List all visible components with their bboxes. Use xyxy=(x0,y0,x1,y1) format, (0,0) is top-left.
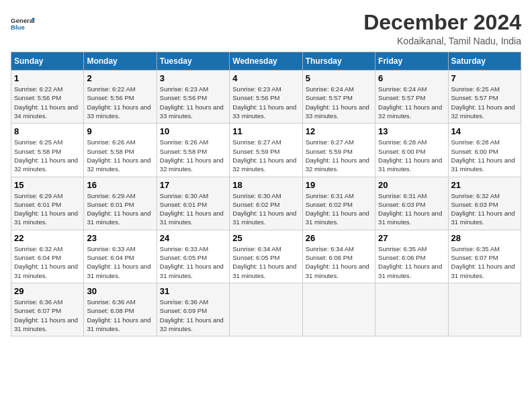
week-row-2: 8Sunrise: 6:25 AMSunset: 5:58 PMDaylight… xyxy=(11,124,521,177)
day-detail: Sunrise: 6:30 AMSunset: 6:01 PMDaylight:… xyxy=(160,191,226,227)
day-number: 26 xyxy=(306,233,372,243)
day-number: 19 xyxy=(306,180,372,190)
calendar-body: 1Sunrise: 6:22 AMSunset: 5:56 PMDaylight… xyxy=(11,71,521,336)
day-cell-25: 25Sunrise: 6:34 AMSunset: 6:05 PMDayligh… xyxy=(230,230,302,283)
day-number: 5 xyxy=(306,73,372,83)
day-number: 22 xyxy=(14,233,81,243)
empty-cell xyxy=(448,283,521,336)
empty-cell xyxy=(302,283,375,336)
day-cell-6: 6Sunrise: 6:24 AMSunset: 5:57 PMDaylight… xyxy=(375,71,448,124)
page-header: General Blue December 2024 Kodaikanal, T… xyxy=(11,11,521,46)
day-number: 27 xyxy=(378,233,445,243)
svg-text:Blue: Blue xyxy=(11,24,25,31)
day-header-thursday: Thursday xyxy=(302,52,375,71)
day-cell-23: 23Sunrise: 6:33 AMSunset: 6:04 PMDayligh… xyxy=(84,230,157,283)
day-cell-13: 13Sunrise: 6:28 AMSunset: 6:00 PMDayligh… xyxy=(375,124,448,177)
day-number: 1 xyxy=(14,73,81,83)
day-number: 25 xyxy=(232,233,299,243)
day-detail: Sunrise: 6:22 AMSunset: 5:56 PMDaylight:… xyxy=(14,85,81,120)
day-header-saturday: Saturday xyxy=(448,52,521,71)
day-detail: Sunrise: 6:28 AMSunset: 6:00 PMDaylight:… xyxy=(451,138,518,173)
day-detail: Sunrise: 6:31 AMSunset: 6:03 PMDaylight:… xyxy=(378,191,445,227)
day-detail: Sunrise: 6:36 AMSunset: 6:08 PMDaylight:… xyxy=(87,298,153,333)
day-cell-7: 7Sunrise: 6:25 AMSunset: 5:57 PMDaylight… xyxy=(448,71,521,124)
day-number: 11 xyxy=(232,126,299,136)
location: Kodaikanal, Tamil Nadu, India xyxy=(363,36,521,46)
day-number: 18 xyxy=(232,180,299,190)
calendar-table: SundayMondayTuesdayWednesdayThursdayFrid… xyxy=(11,52,521,336)
calendar-header-row: SundayMondayTuesdayWednesdayThursdayFrid… xyxy=(11,52,521,71)
day-detail: Sunrise: 6:28 AMSunset: 6:00 PMDaylight:… xyxy=(378,138,445,173)
day-detail: Sunrise: 6:35 AMSunset: 6:07 PMDaylight:… xyxy=(451,244,518,280)
title-block: December 2024 Kodaikanal, Tamil Nadu, In… xyxy=(363,11,521,46)
day-cell-8: 8Sunrise: 6:25 AMSunset: 5:58 PMDaylight… xyxy=(11,124,84,177)
day-detail: Sunrise: 6:33 AMSunset: 6:04 PMDaylight:… xyxy=(87,244,153,280)
day-header-friday: Friday xyxy=(375,52,448,71)
day-number: 14 xyxy=(451,126,518,136)
day-header-tuesday: Tuesday xyxy=(157,52,229,71)
day-detail: Sunrise: 6:23 AMSunset: 5:56 PMDaylight:… xyxy=(232,85,299,120)
day-number: 12 xyxy=(306,126,372,136)
day-number: 4 xyxy=(232,73,299,83)
day-detail: Sunrise: 6:34 AMSunset: 6:06 PMDaylight:… xyxy=(306,244,372,280)
day-detail: Sunrise: 6:36 AMSunset: 6:07 PMDaylight:… xyxy=(14,298,81,333)
day-cell-5: 5Sunrise: 6:24 AMSunset: 5:57 PMDaylight… xyxy=(302,71,375,124)
day-cell-28: 28Sunrise: 6:35 AMSunset: 6:07 PMDayligh… xyxy=(448,230,521,283)
logo: General Blue xyxy=(11,11,35,35)
day-detail: Sunrise: 6:23 AMSunset: 5:56 PMDaylight:… xyxy=(160,85,226,120)
day-cell-22: 22Sunrise: 6:32 AMSunset: 6:04 PMDayligh… xyxy=(11,230,84,283)
day-number: 21 xyxy=(451,180,518,190)
day-number: 8 xyxy=(14,126,81,136)
day-cell-3: 3Sunrise: 6:23 AMSunset: 5:56 PMDaylight… xyxy=(157,71,229,124)
day-number: 6 xyxy=(378,73,445,83)
day-number: 7 xyxy=(451,73,518,83)
day-detail: Sunrise: 6:25 AMSunset: 5:58 PMDaylight:… xyxy=(14,138,81,173)
day-number: 15 xyxy=(14,180,81,190)
day-detail: Sunrise: 6:34 AMSunset: 6:05 PMDaylight:… xyxy=(232,244,299,280)
day-detail: Sunrise: 6:24 AMSunset: 5:57 PMDaylight:… xyxy=(378,85,445,120)
day-cell-14: 14Sunrise: 6:28 AMSunset: 6:00 PMDayligh… xyxy=(448,124,521,177)
day-number: 2 xyxy=(87,73,153,83)
day-number: 30 xyxy=(87,286,153,296)
day-detail: Sunrise: 6:26 AMSunset: 5:58 PMDaylight:… xyxy=(160,138,226,173)
day-detail: Sunrise: 6:24 AMSunset: 5:57 PMDaylight:… xyxy=(306,85,372,120)
day-detail: Sunrise: 6:35 AMSunset: 6:06 PMDaylight:… xyxy=(378,244,445,280)
day-detail: Sunrise: 6:27 AMSunset: 5:59 PMDaylight:… xyxy=(232,138,299,173)
day-cell-4: 4Sunrise: 6:23 AMSunset: 5:56 PMDaylight… xyxy=(230,71,302,124)
month-title: December 2024 xyxy=(363,11,521,34)
day-detail: Sunrise: 6:26 AMSunset: 5:58 PMDaylight:… xyxy=(87,138,153,173)
day-header-wednesday: Wednesday xyxy=(230,52,302,71)
day-cell-11: 11Sunrise: 6:27 AMSunset: 5:59 PMDayligh… xyxy=(230,124,302,177)
day-number: 20 xyxy=(378,180,445,190)
day-number: 28 xyxy=(451,233,518,243)
day-detail: Sunrise: 6:36 AMSunset: 6:09 PMDaylight:… xyxy=(160,298,226,333)
day-number: 29 xyxy=(14,286,81,296)
day-cell-29: 29Sunrise: 6:36 AMSunset: 6:07 PMDayligh… xyxy=(11,283,84,336)
day-number: 13 xyxy=(378,126,445,136)
day-detail: Sunrise: 6:30 AMSunset: 6:02 PMDaylight:… xyxy=(232,191,299,227)
day-number: 3 xyxy=(160,73,226,83)
day-cell-30: 30Sunrise: 6:36 AMSunset: 6:08 PMDayligh… xyxy=(84,283,157,336)
day-number: 9 xyxy=(87,126,153,136)
day-detail: Sunrise: 6:29 AMSunset: 6:01 PMDaylight:… xyxy=(87,191,153,227)
day-number: 23 xyxy=(87,233,153,243)
empty-cell xyxy=(230,283,302,336)
day-detail: Sunrise: 6:32 AMSunset: 6:04 PMDaylight:… xyxy=(14,244,81,280)
day-detail: Sunrise: 6:31 AMSunset: 6:02 PMDaylight:… xyxy=(306,191,372,227)
empty-cell xyxy=(375,283,448,336)
day-cell-9: 9Sunrise: 6:26 AMSunset: 5:58 PMDaylight… xyxy=(84,124,157,177)
day-cell-21: 21Sunrise: 6:32 AMSunset: 6:03 PMDayligh… xyxy=(448,177,521,230)
day-cell-20: 20Sunrise: 6:31 AMSunset: 6:03 PMDayligh… xyxy=(375,177,448,230)
day-detail: Sunrise: 6:25 AMSunset: 5:57 PMDaylight:… xyxy=(451,85,518,120)
week-row-3: 15Sunrise: 6:29 AMSunset: 6:01 PMDayligh… xyxy=(11,177,521,230)
day-cell-19: 19Sunrise: 6:31 AMSunset: 6:02 PMDayligh… xyxy=(302,177,375,230)
day-cell-15: 15Sunrise: 6:29 AMSunset: 6:01 PMDayligh… xyxy=(11,177,84,230)
day-detail: Sunrise: 6:32 AMSunset: 6:03 PMDaylight:… xyxy=(451,191,518,227)
day-cell-27: 27Sunrise: 6:35 AMSunset: 6:06 PMDayligh… xyxy=(375,230,448,283)
day-cell-31: 31Sunrise: 6:36 AMSunset: 6:09 PMDayligh… xyxy=(157,283,229,336)
day-number: 31 xyxy=(160,286,226,296)
day-number: 17 xyxy=(160,180,226,190)
day-cell-16: 16Sunrise: 6:29 AMSunset: 6:01 PMDayligh… xyxy=(84,177,157,230)
day-detail: Sunrise: 6:33 AMSunset: 6:05 PMDaylight:… xyxy=(160,244,226,280)
day-cell-2: 2Sunrise: 6:22 AMSunset: 5:56 PMDaylight… xyxy=(84,71,157,124)
